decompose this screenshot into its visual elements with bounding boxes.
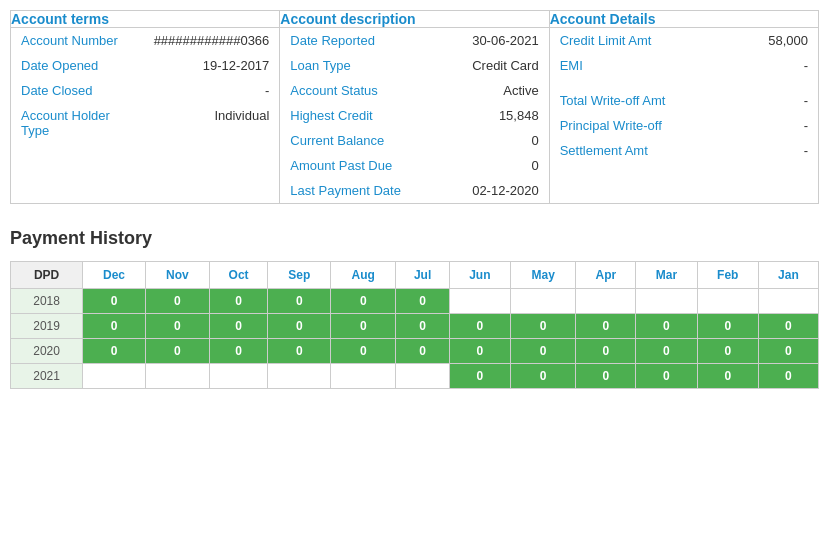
month-col-header: Dec: [83, 262, 146, 289]
dpd-cell: 0: [83, 314, 146, 339]
dpd-cell: [697, 289, 758, 314]
account-description-row: Current Balance 0: [280, 128, 548, 153]
account-description-section: Date Reported 30-06-2021 Loan Type Credi…: [280, 28, 549, 204]
dpd-cell: 0: [636, 364, 697, 389]
dpd-cell: 0: [331, 314, 396, 339]
dpd-cell: 0: [145, 339, 209, 364]
field-value: -: [697, 53, 818, 78]
field-label: Account Number: [11, 28, 144, 53]
dpd-cell: [758, 289, 818, 314]
dpd-cell: 0: [449, 314, 510, 339]
dpd-cell: 0: [576, 314, 636, 339]
account-description-row: Account Status Active: [280, 78, 548, 103]
field-label: Account Status: [280, 78, 428, 103]
account-details-row: [550, 78, 818, 88]
dpd-year: 2021: [11, 364, 83, 389]
dpd-cell: 0: [209, 289, 268, 314]
dpd-cell: 0: [697, 364, 758, 389]
month-col-header: Feb: [697, 262, 758, 289]
account-description-row: Last Payment Date 02-12-2020: [280, 178, 548, 203]
dpd-cell: 0: [758, 314, 818, 339]
month-col-header: Jul: [396, 262, 449, 289]
field-value: Active: [428, 78, 549, 103]
account-info-table: Account terms Account description Accoun…: [10, 10, 819, 204]
month-col-header: Nov: [145, 262, 209, 289]
account-terms-row: Date Closed -: [11, 78, 279, 103]
dpd-cell: [268, 364, 331, 389]
dpd-cell: 0: [209, 314, 268, 339]
dpd-cell: 0: [758, 364, 818, 389]
field-label: Date Opened: [11, 53, 144, 78]
field-label: Settlement Amt: [550, 138, 698, 163]
field-label: Last Payment Date: [280, 178, 428, 203]
month-col-header: Apr: [576, 262, 636, 289]
month-col-header: Jan: [758, 262, 818, 289]
field-label: Amount Past Due: [280, 153, 428, 178]
dpd-cell: [396, 364, 449, 389]
dpd-cell: 0: [510, 339, 575, 364]
dpd-cell: 0: [331, 289, 396, 314]
dpd-cell: 0: [145, 314, 209, 339]
account-description-row: Highest Credit 15,848: [280, 103, 548, 128]
field-label: Date Closed: [11, 78, 144, 103]
account-terms-header: Account terms: [11, 11, 280, 28]
field-value: 0: [428, 153, 549, 178]
field-value: Credit Card: [428, 53, 549, 78]
dpd-row: 2019000000000000: [11, 314, 819, 339]
dpd-cell: 0: [83, 289, 146, 314]
field-value: 19-12-2017: [144, 53, 280, 78]
field-value: 02-12-2020: [428, 178, 549, 203]
dpd-cell: 0: [449, 339, 510, 364]
account-details-row: Credit Limit Amt 58,000: [550, 28, 818, 53]
dpd-cell: 0: [510, 364, 575, 389]
dpd-year: 2019: [11, 314, 83, 339]
field-value: 30-06-2021: [428, 28, 549, 53]
dpd-cell: 0: [396, 339, 449, 364]
dpd-row: 2021000000: [11, 364, 819, 389]
dpd-cell: [209, 364, 268, 389]
dpd-cell: 0: [697, 339, 758, 364]
field-label: Current Balance: [280, 128, 428, 153]
payment-history-section: Payment History DPDDecNovOctSepAugJulJun…: [10, 228, 819, 389]
account-description-header: Account description: [280, 11, 549, 28]
account-details-section: Credit Limit Amt 58,000 EMI - Total Writ…: [549, 28, 818, 204]
month-col-header: Oct: [209, 262, 268, 289]
field-value: -: [697, 138, 818, 163]
account-details-row: EMI -: [550, 53, 818, 78]
dpd-cell: 0: [576, 339, 636, 364]
field-value: -: [144, 78, 280, 103]
field-value: Individual: [144, 103, 280, 143]
account-details-row: Settlement Amt -: [550, 138, 818, 163]
dpd-cell: 0: [396, 314, 449, 339]
field-value: 15,848: [428, 103, 549, 128]
account-terms-inner: Account Number ############0366 Date Ope…: [11, 28, 279, 143]
dpd-cell: [510, 289, 575, 314]
dpd-cell: [449, 289, 510, 314]
month-col-header: Sep: [268, 262, 331, 289]
dpd-cell: [331, 364, 396, 389]
field-label: Principal Write-off: [550, 113, 698, 138]
month-col-header: Mar: [636, 262, 697, 289]
dpd-cell: [83, 364, 146, 389]
account-details-row: Total Write-off Amt -: [550, 88, 818, 113]
dpd-cell: 0: [209, 339, 268, 364]
field-value: -: [697, 88, 818, 113]
field-label: [550, 78, 698, 88]
month-col-header: Aug: [331, 262, 396, 289]
dpd-row: 2018000000: [11, 289, 819, 314]
account-terms-row: Date Opened 19-12-2017: [11, 53, 279, 78]
dpd-cell: 0: [449, 364, 510, 389]
field-label: Credit Limit Amt: [550, 28, 698, 53]
account-description-inner: Date Reported 30-06-2021 Loan Type Credi…: [280, 28, 548, 203]
month-col-header: May: [510, 262, 575, 289]
account-terms-row: Account Holder Type Individual: [11, 103, 279, 143]
account-description-row: Loan Type Credit Card: [280, 53, 548, 78]
account-terms-row: Account Number ############0366: [11, 28, 279, 53]
account-details-inner: Credit Limit Amt 58,000 EMI - Total Writ…: [550, 28, 818, 163]
dpd-year: 2020: [11, 339, 83, 364]
dpd-row: 2020000000000000: [11, 339, 819, 364]
dpd-cell: 0: [268, 289, 331, 314]
field-value: -: [697, 113, 818, 138]
dpd-cell: [636, 289, 697, 314]
dpd-cell: 0: [697, 314, 758, 339]
